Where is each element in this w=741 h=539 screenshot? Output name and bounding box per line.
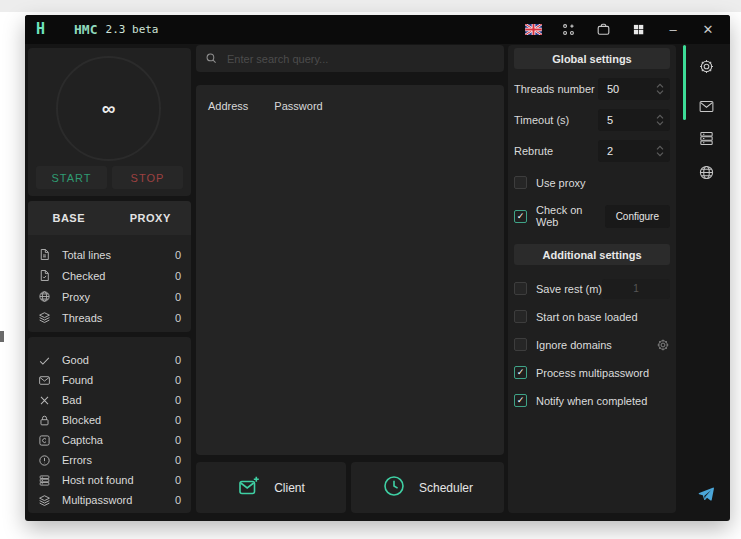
check-on-web-checkbox-row[interactable]: Check on Web Configure — [514, 205, 670, 227]
check-on-web-checkbox[interactable] — [514, 210, 527, 223]
rebrute-field: Rebrute 2 — [514, 140, 670, 162]
threads-number-field: Threads number 50 — [514, 78, 670, 100]
save-rest-checkbox-row[interactable]: Save rest (m) 1 — [514, 281, 670, 296]
clock-icon — [382, 474, 406, 502]
search-icon — [205, 52, 218, 65]
stat-row-total-lines: Total lines 0 — [38, 244, 181, 265]
spinner-icon[interactable] — [656, 114, 664, 126]
error-icon — [38, 453, 52, 467]
layers-icon — [38, 311, 52, 325]
base-proxy-tabs: BASE PROXY — [28, 201, 191, 235]
search-input[interactable] — [227, 53, 504, 65]
stat-row-proxy: Proxy 0 — [38, 286, 181, 307]
scrollbar-thumb[interactable] — [683, 45, 686, 120]
column-password: Password — [274, 100, 322, 112]
process-multipassword-checkbox-row[interactable]: Process multipassword — [514, 365, 670, 380]
desktop-top-strip — [0, 0, 741, 12]
timeout-input[interactable]: 5 — [598, 109, 670, 131]
web-tab-icon[interactable] — [697, 163, 715, 181]
start-on-base-checkbox-row[interactable]: Start on base loaded — [514, 309, 670, 324]
global-settings-header: Global settings — [514, 48, 670, 69]
table-header: Address Password — [196, 85, 504, 112]
close-button[interactable]: ✕ — [699, 23, 717, 37]
use-proxy-checkbox-row[interactable]: Use proxy — [514, 175, 670, 190]
additional-settings-header: Additional settings — [514, 244, 670, 265]
app-version: 2.3 beta — [106, 23, 159, 36]
scheduler-button-label: Scheduler — [419, 481, 473, 495]
app-title: HMC — [74, 22, 97, 37]
stat-row-captcha: Captcha 0 — [38, 430, 181, 450]
stat-row-multipassword: Multipassword 0 — [38, 490, 181, 510]
minimize-button[interactable]: – — [664, 23, 682, 37]
language-flag-icon[interactable] — [524, 23, 542, 37]
settings-tab-gear-icon[interactable] — [697, 57, 715, 75]
timeout-field: Timeout (s) 5 — [514, 109, 670, 131]
stack-icon — [38, 493, 52, 507]
server-icon — [38, 473, 52, 487]
base-card: BASE PROXY Total lines 0 Checked — [28, 201, 191, 332]
windows-icon[interactable] — [629, 23, 647, 37]
titlebar: H HMC 2.3 beta — [25, 15, 730, 44]
lock-icon — [38, 413, 52, 427]
results-table: Address Password — [196, 85, 504, 455]
start-button[interactable]: START — [36, 166, 107, 189]
document-icon — [38, 248, 52, 262]
cross-icon — [38, 393, 52, 407]
progress-ring: ∞ — [56, 56, 161, 161]
use-proxy-checkbox[interactable] — [514, 176, 527, 189]
stat-row-blocked: Blocked 0 — [38, 410, 181, 430]
app-logo: H — [36, 22, 45, 37]
archive-box-icon[interactable] — [594, 23, 612, 37]
stat-row-threads: Threads 0 — [38, 307, 181, 328]
process-multipassword-checkbox[interactable] — [514, 366, 527, 379]
globe-icon — [38, 290, 52, 304]
ignore-domains-gear-icon[interactable] — [656, 338, 670, 352]
stat-row-host-not-found: Host not found 0 — [38, 470, 181, 490]
save-rest-input[interactable]: 1 — [602, 279, 670, 299]
document-check-icon — [38, 269, 52, 283]
tab-base[interactable]: BASE — [28, 212, 110, 224]
mail-tab-icon[interactable] — [697, 97, 715, 115]
stat-row-errors: Errors 0 — [38, 450, 181, 470]
stat-row-checked: Checked 0 — [38, 265, 181, 286]
envelope-plus-icon — [237, 474, 261, 502]
notify-completed-checkbox-row[interactable]: Notify when completed — [514, 393, 670, 408]
infinity-symbol: ∞ — [102, 98, 116, 120]
start-on-base-checkbox[interactable] — [514, 310, 527, 323]
stat-row-found: Found 0 — [38, 370, 181, 390]
telegram-icon[interactable] — [697, 485, 715, 503]
database-tab-icon[interactable] — [697, 129, 715, 147]
client-button[interactable]: Client — [196, 462, 346, 513]
envelope-icon — [38, 373, 52, 387]
spinner-icon[interactable] — [656, 83, 664, 95]
stat-row-bad: Bad 0 — [38, 390, 181, 410]
run-card: ∞ START STOP — [28, 48, 191, 196]
tab-proxy[interactable]: PROXY — [110, 212, 192, 224]
threads-number-input[interactable]: 50 — [598, 78, 670, 100]
nav-sidebar — [680, 44, 730, 521]
apps-add-icon[interactable] — [559, 23, 577, 37]
scheduler-button[interactable]: Scheduler — [351, 462, 504, 513]
save-rest-checkbox[interactable] — [514, 282, 527, 295]
app-window: H HMC 2.3 beta — [25, 15, 730, 521]
notify-completed-checkbox[interactable] — [514, 394, 527, 407]
ignore-domains-checkbox[interactable] — [514, 338, 527, 351]
stat-row-good: Good 0 — [38, 350, 181, 370]
ignore-domains-checkbox-row[interactable]: Ignore domains — [514, 337, 670, 352]
check-icon — [38, 353, 52, 367]
screen-edge-artifact — [0, 331, 4, 342]
search-bar — [196, 45, 504, 72]
column-address: Address — [208, 100, 248, 112]
stop-button[interactable]: STOP — [112, 166, 183, 189]
settings-panel: Global settings Threads number 50 Timeou… — [508, 45, 676, 513]
results-card: Good 0 Found 0 Bad 0 — [28, 337, 191, 513]
configure-button[interactable]: Configure — [605, 205, 670, 228]
captcha-icon — [38, 433, 52, 447]
client-button-label: Client — [274, 481, 305, 495]
spinner-icon[interactable] — [656, 145, 664, 157]
titlebar-controls: – ✕ — [524, 23, 717, 37]
rebrute-input[interactable]: 2 — [598, 140, 670, 162]
